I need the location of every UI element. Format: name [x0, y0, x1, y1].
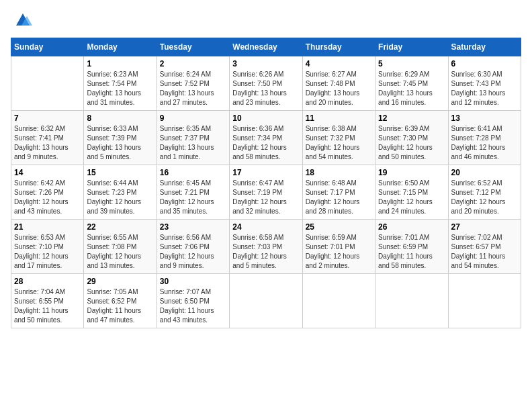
day-number: 6 [451, 59, 518, 68]
day-info: Sunrise: 6:26 AMSunset: 7:50 PMDaylight:… [232, 70, 299, 107]
header-row: SundayMondayTuesdayWednesdayThursdayFrid… [11, 38, 521, 56]
page-header [11, 11, 521, 30]
day-info: Sunrise: 7:01 AMSunset: 6:59 PMDaylight:… [378, 233, 445, 271]
week-row-5: 28Sunrise: 7:04 AMSunset: 6:55 PMDayligh… [11, 274, 521, 328]
day-info: Sunrise: 6:48 AMSunset: 7:17 PMDaylight:… [306, 179, 372, 216]
day-number: 21 [14, 222, 81, 232]
day-info: Sunrise: 6:29 AMSunset: 7:45 PMDaylight:… [378, 70, 445, 107]
calendar-cell: 13Sunrise: 6:41 AMSunset: 7:28 PMDayligh… [448, 111, 521, 165]
day-info: Sunrise: 6:41 AMSunset: 7:28 PMDaylight:… [451, 124, 518, 162]
logo [11, 11, 32, 30]
week-row-3: 14Sunrise: 6:42 AMSunset: 7:26 PMDayligh… [11, 165, 521, 220]
day-number: 24 [232, 222, 299, 232]
day-number: 27 [451, 222, 518, 232]
day-number: 29 [87, 277, 153, 286]
day-number: 10 [232, 113, 299, 123]
calendar-cell: 25Sunrise: 6:59 AMSunset: 7:01 PMDayligh… [302, 220, 375, 274]
day-number: 4 [306, 59, 372, 68]
calendar-cell: 29Sunrise: 7:05 AMSunset: 6:52 PMDayligh… [84, 274, 157, 328]
calendar-cell: 9Sunrise: 6:35 AMSunset: 7:37 PMDaylight… [157, 111, 229, 165]
day-number: 11 [306, 113, 372, 123]
calendar-cell [230, 274, 302, 328]
day-info: Sunrise: 6:32 AMSunset: 7:41 PMDaylight:… [14, 124, 81, 162]
calendar-cell: 22Sunrise: 6:55 AMSunset: 7:08 PMDayligh… [84, 220, 157, 274]
day-info: Sunrise: 6:53 AMSunset: 7:10 PMDaylight:… [14, 233, 81, 271]
calendar-cell: 24Sunrise: 6:58 AMSunset: 7:03 PMDayligh… [230, 220, 302, 274]
day-number: 18 [306, 168, 372, 177]
day-number: 26 [378, 222, 445, 232]
day-info: Sunrise: 6:55 AMSunset: 7:08 PMDaylight:… [87, 233, 153, 271]
week-row-4: 21Sunrise: 6:53 AMSunset: 7:10 PMDayligh… [11, 220, 521, 274]
calendar-cell: 19Sunrise: 6:50 AMSunset: 7:15 PMDayligh… [375, 165, 448, 220]
day-number: 16 [160, 168, 226, 177]
day-number: 15 [87, 168, 153, 177]
day-info: Sunrise: 6:24 AMSunset: 7:52 PMDaylight:… [160, 70, 226, 107]
day-number: 19 [378, 168, 445, 177]
day-info: Sunrise: 7:02 AMSunset: 6:57 PMDaylight:… [451, 233, 518, 271]
week-row-1: 1Sunrise: 6:23 AMSunset: 7:54 PMDaylight… [11, 56, 521, 111]
day-number: 8 [87, 113, 153, 123]
calendar-cell: 1Sunrise: 6:23 AMSunset: 7:54 PMDaylight… [84, 56, 157, 111]
calendar-cell: 11Sunrise: 6:38 AMSunset: 7:32 PMDayligh… [302, 111, 375, 165]
day-info: Sunrise: 6:52 AMSunset: 7:12 PMDaylight:… [451, 179, 518, 216]
day-info: Sunrise: 6:50 AMSunset: 7:15 PMDaylight:… [378, 179, 445, 216]
header-tuesday: Tuesday [157, 38, 229, 56]
calendar-cell [302, 274, 375, 328]
calendar-cell: 14Sunrise: 6:42 AMSunset: 7:26 PMDayligh… [11, 165, 84, 220]
calendar-cell: 12Sunrise: 6:39 AMSunset: 7:30 PMDayligh… [375, 111, 448, 165]
day-info: Sunrise: 6:45 AMSunset: 7:21 PMDaylight:… [160, 179, 226, 216]
calendar-cell: 18Sunrise: 6:48 AMSunset: 7:17 PMDayligh… [302, 165, 375, 220]
day-info: Sunrise: 7:05 AMSunset: 6:52 PMDaylight:… [87, 287, 153, 325]
calendar-cell: 5Sunrise: 6:29 AMSunset: 7:45 PMDaylight… [375, 56, 448, 111]
calendar-cell: 2Sunrise: 6:24 AMSunset: 7:52 PMDaylight… [157, 56, 229, 111]
day-number: 12 [378, 113, 445, 123]
day-info: Sunrise: 6:56 AMSunset: 7:06 PMDaylight:… [160, 233, 226, 271]
calendar-cell: 28Sunrise: 7:04 AMSunset: 6:55 PMDayligh… [11, 274, 84, 328]
day-number: 13 [451, 113, 518, 123]
day-info: Sunrise: 6:44 AMSunset: 7:23 PMDaylight:… [87, 179, 153, 216]
day-number: 23 [160, 222, 226, 232]
calendar-cell: 15Sunrise: 6:44 AMSunset: 7:23 PMDayligh… [84, 165, 157, 220]
calendar-cell [11, 56, 84, 111]
calendar-cell: 27Sunrise: 7:02 AMSunset: 6:57 PMDayligh… [448, 220, 521, 274]
day-number: 5 [378, 59, 445, 68]
day-number: 2 [160, 59, 226, 68]
day-info: Sunrise: 6:39 AMSunset: 7:30 PMDaylight:… [378, 124, 445, 162]
calendar-cell: 4Sunrise: 6:27 AMSunset: 7:48 PMDaylight… [302, 56, 375, 111]
header-sunday: Sunday [11, 38, 84, 56]
calendar-cell: 8Sunrise: 6:33 AMSunset: 7:39 PMDaylight… [84, 111, 157, 165]
week-row-2: 7Sunrise: 6:32 AMSunset: 7:41 PMDaylight… [11, 111, 521, 165]
header-monday: Monday [84, 38, 157, 56]
day-info: Sunrise: 6:33 AMSunset: 7:39 PMDaylight:… [87, 124, 153, 162]
day-number: 28 [14, 277, 81, 286]
calendar-cell: 21Sunrise: 6:53 AMSunset: 7:10 PMDayligh… [11, 220, 84, 274]
calendar-cell: 26Sunrise: 7:01 AMSunset: 6:59 PMDayligh… [375, 220, 448, 274]
day-info: Sunrise: 6:47 AMSunset: 7:19 PMDaylight:… [232, 179, 299, 216]
day-info: Sunrise: 6:30 AMSunset: 7:43 PMDaylight:… [451, 70, 518, 107]
calendar-cell: 6Sunrise: 6:30 AMSunset: 7:43 PMDaylight… [448, 56, 521, 111]
day-number: 3 [232, 59, 299, 68]
calendar-cell: 30Sunrise: 7:07 AMSunset: 6:50 PMDayligh… [157, 274, 229, 328]
day-number: 7 [14, 113, 81, 123]
calendar-cell: 3Sunrise: 6:26 AMSunset: 7:50 PMDaylight… [230, 56, 302, 111]
calendar-cell: 20Sunrise: 6:52 AMSunset: 7:12 PMDayligh… [448, 165, 521, 220]
day-info: Sunrise: 7:07 AMSunset: 6:50 PMDaylight:… [160, 287, 226, 325]
day-number: 17 [232, 168, 299, 177]
header-wednesday: Wednesday [230, 38, 302, 56]
day-number: 30 [160, 277, 226, 286]
calendar-table: SundayMondayTuesdayWednesdayThursdayFrid… [11, 38, 521, 328]
day-number: 1 [87, 59, 153, 68]
day-info: Sunrise: 7:04 AMSunset: 6:55 PMDaylight:… [14, 287, 81, 325]
header-friday: Friday [375, 38, 448, 56]
day-number: 20 [451, 168, 518, 177]
day-info: Sunrise: 6:23 AMSunset: 7:54 PMDaylight:… [87, 70, 153, 107]
calendar-cell: 7Sunrise: 6:32 AMSunset: 7:41 PMDaylight… [11, 111, 84, 165]
day-info: Sunrise: 6:36 AMSunset: 7:34 PMDaylight:… [232, 124, 299, 162]
header-thursday: Thursday [302, 38, 375, 56]
day-number: 25 [306, 222, 372, 232]
calendar-cell: 10Sunrise: 6:36 AMSunset: 7:34 PMDayligh… [230, 111, 302, 165]
header-saturday: Saturday [448, 38, 521, 56]
calendar-cell [448, 274, 521, 328]
logo-icon [13, 11, 32, 30]
day-info: Sunrise: 6:58 AMSunset: 7:03 PMDaylight:… [232, 233, 299, 271]
